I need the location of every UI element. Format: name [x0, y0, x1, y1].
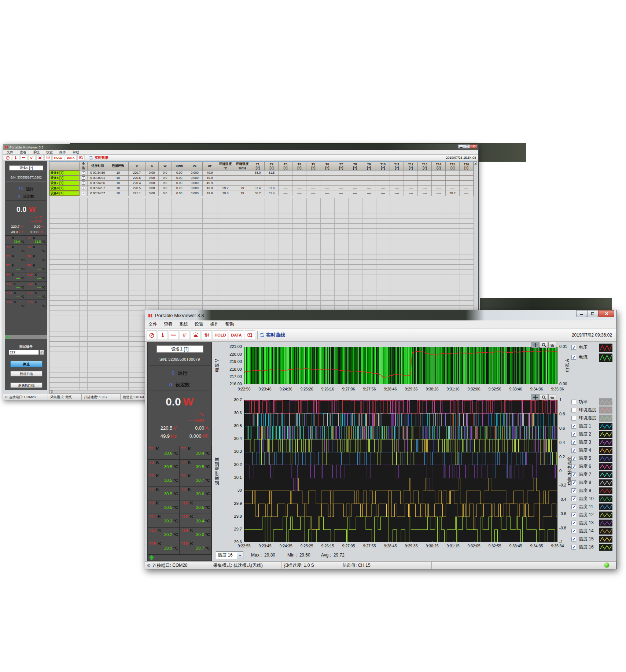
legend-checkbox[interactable]: [571, 504, 576, 509]
crosshair-icon[interactable]: [531, 394, 540, 400]
legend-item-18[interactable]: 温度 15: [571, 535, 594, 543]
minimize-button[interactable]: [458, 144, 464, 148]
legend-checkbox[interactable]: [571, 472, 576, 477]
menu-item-operation[interactable]: 操作: [56, 150, 69, 155]
legend-item-19[interactable]: 温度 16: [571, 543, 594, 551]
row-checkbox-cell[interactable]: [80, 186, 88, 191]
legend-item-3[interactable]: 环境湿度: [571, 414, 596, 422]
data-button[interactable]: DATA: [65, 155, 77, 161]
legend-checkbox[interactable]: [571, 529, 576, 533]
pan-hand-icon[interactable]: [548, 394, 556, 400]
front-titlebar[interactable]: ▮▮ Portable MixViewer 3.3: [145, 310, 616, 320]
legend-checkbox[interactable]: [571, 416, 576, 421]
table-row[interactable]: 设备9 [?]0 00:34:5710221.10.000.00.000.000…: [49, 191, 474, 196]
legend-checkbox[interactable]: [571, 432, 576, 437]
voltage-icon-button[interactable]: U+: [180, 330, 190, 340]
probe-icon-button[interactable]: [20, 155, 27, 161]
menu-item-file[interactable]: 文件: [145, 321, 161, 327]
pan-hand-icon[interactable]: [548, 342, 556, 348]
temperature-chart-plot[interactable]: [244, 400, 557, 542]
menu-item-system[interactable]: 系统: [30, 150, 43, 155]
hold-button[interactable]: HOLD: [52, 155, 64, 161]
row-checkbox[interactable]: [82, 176, 85, 180]
legend-item-2[interactable]: 环境温度: [571, 406, 596, 414]
stop-button[interactable]: 停止: [10, 361, 43, 367]
menu-item-settings[interactable]: 设置: [43, 150, 56, 155]
alarm-icon-button[interactable]: [191, 330, 201, 340]
table-row[interactable]: 设备8 [?]0 00:34:5710220.50.000.00.200.000…: [49, 186, 474, 191]
legend-checkbox[interactable]: [571, 513, 576, 517]
legend-item-6[interactable]: 温度 3: [571, 438, 591, 446]
legend-checkbox[interactable]: [571, 408, 576, 412]
table-row[interactable]: 设备6 [?]0 00:35:0110220.60.000.00.000.000…: [49, 176, 474, 181]
legend-item-1[interactable]: 电压: [571, 342, 588, 352]
menu-item-view[interactable]: 查看: [161, 321, 176, 327]
legend-checkbox[interactable]: [571, 537, 576, 541]
row-checkbox-cell[interactable]: [80, 191, 88, 196]
mixer-icon-button[interactable]: [202, 330, 212, 340]
device-name-cell[interactable]: 设备6 [?]: [49, 176, 80, 180]
device-select-button[interactable]: 设备1 [?]: [156, 345, 203, 353]
row-checkbox-cell[interactable]: [80, 181, 88, 186]
mixer-icon-button[interactable]: [44, 155, 52, 161]
minimize-button[interactable]: [576, 310, 587, 317]
row-checkbox[interactable]: [82, 192, 85, 195]
legend-item-7[interactable]: 温度 4: [571, 446, 591, 454]
legend-item-11[interactable]: 温度 8: [571, 478, 591, 486]
row-checkbox-cell[interactable]: [80, 176, 88, 180]
zoom-icon[interactable]: [540, 394, 548, 400]
device-name-cell[interactable]: 设备5 [?]: [49, 170, 80, 175]
legend-item-2[interactable]: 电流: [571, 352, 588, 362]
menu-item-settings[interactable]: 设置: [191, 321, 207, 327]
chevron-down-icon[interactable]: [237, 551, 243, 559]
back-titlebar[interactable]: ▮▮ Portable MixViewer 3.3: [3, 144, 478, 150]
legend-checkbox[interactable]: [571, 545, 576, 550]
legend-item-1[interactable]: 功率: [571, 398, 588, 406]
thermometer-icon-button[interactable]: [12, 155, 19, 161]
record-button[interactable]: [245, 330, 255, 340]
channel-selector[interactable]: 温度 16: [216, 551, 243, 559]
test-number-spinner[interactable]: [40, 350, 44, 355]
device-name-cell[interactable]: 设备8 [?]: [49, 186, 80, 191]
hold-button[interactable]: HOLD: [213, 330, 228, 340]
legend-checkbox[interactable]: [571, 424, 576, 429]
legend-item-10[interactable]: 温度 7: [571, 470, 591, 478]
device-name-cell[interactable]: 设备7 [?]: [49, 181, 80, 186]
device-name-cell[interactable]: 设备9 [?]: [49, 191, 80, 196]
voltage-chart-plot[interactable]: [244, 347, 557, 384]
legend-checkbox[interactable]: [571, 448, 576, 453]
legend-item-5[interactable]: 温度 2: [571, 430, 591, 438]
refresh-icon[interactable]: [89, 155, 93, 160]
close-button[interactable]: [598, 310, 614, 317]
menu-item-help[interactable]: 帮助: [222, 321, 237, 327]
menu-item-view[interactable]: 查看: [16, 150, 30, 155]
legend-item-17[interactable]: 温度 14: [571, 527, 594, 535]
legend-checkbox[interactable]: [571, 488, 576, 493]
legend-checkbox[interactable]: [571, 345, 576, 350]
menu-item-system[interactable]: 系统: [176, 321, 191, 327]
close-button[interactable]: [470, 144, 477, 148]
legend-checkbox[interactable]: [571, 456, 576, 461]
menu-item-file[interactable]: 文件: [3, 150, 16, 155]
legend-item-16[interactable]: 温度 13: [571, 519, 594, 527]
legend-checkbox[interactable]: [571, 440, 576, 445]
legend-item-8[interactable]: 温度 5: [571, 454, 591, 462]
legend-checkbox[interactable]: [571, 521, 576, 525]
thermometer-icon-button[interactable]: [158, 330, 168, 340]
data-button[interactable]: DATA: [229, 330, 244, 340]
row-checkbox[interactable]: [82, 171, 85, 175]
row-checkbox[interactable]: [82, 187, 85, 190]
alarm-icon-button[interactable]: [36, 155, 44, 161]
legend-item-15[interactable]: 温度 12: [571, 511, 594, 519]
menu-item-operation[interactable]: 操作: [207, 321, 222, 327]
row-checkbox-cell[interactable]: [80, 170, 88, 175]
test-number-input[interactable]: [9, 350, 39, 355]
crosshair-icon[interactable]: [531, 342, 540, 348]
table-row[interactable]: 设备5 [?]0 00:34:5910220.70.000.00.000.000…: [49, 170, 474, 176]
maximize-button[interactable]: [587, 310, 598, 317]
maximize-button[interactable]: [464, 144, 470, 148]
legend-checkbox[interactable]: [571, 464, 576, 469]
legend-item-12[interactable]: 温度 9: [571, 486, 591, 495]
voltage-icon-button[interactable]: U+: [28, 155, 36, 161]
probe-icon-button[interactable]: [169, 330, 179, 340]
